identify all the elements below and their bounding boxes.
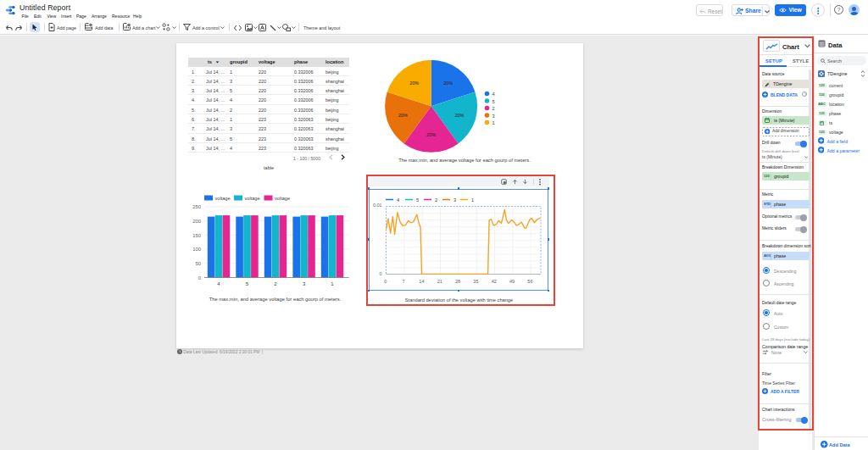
svg-text:4: 4: [492, 92, 495, 97]
svg-text:250: 250: [192, 204, 202, 209]
svg-text:2: 2: [274, 281, 277, 286]
svg-text:2: 2: [492, 106, 495, 111]
svg-text:voltage: voltage: [275, 196, 290, 201]
svg-text:4: 4: [217, 281, 220, 286]
svg-text:0: 0: [198, 275, 202, 281]
svg-text:5: 5: [492, 99, 495, 104]
svg-text:20%: 20%: [426, 132, 436, 137]
svg-text:1: 1: [331, 281, 334, 286]
svg-text:3: 3: [303, 281, 306, 286]
svg-text:5: 5: [246, 281, 249, 286]
svg-text:voltage: voltage: [245, 196, 260, 201]
svg-text:4: 4: [397, 197, 399, 203]
svg-text:20%: 20%: [409, 81, 419, 86]
svg-text:2: 2: [435, 197, 437, 203]
svg-text:voltage: voltage: [215, 196, 231, 201]
svg-text:150: 150: [192, 233, 202, 238]
svg-text:100: 100: [192, 247, 202, 252]
svg-text:200: 200: [192, 219, 202, 224]
svg-text:3: 3: [453, 197, 456, 203]
svg-text:50: 50: [195, 261, 201, 266]
svg-text:20%: 20%: [455, 113, 465, 118]
svg-text:20%: 20%: [398, 113, 408, 118]
svg-text:20%: 20%: [443, 81, 453, 86]
svg-text:5: 5: [416, 197, 419, 203]
svg-text:1: 1: [471, 197, 474, 203]
svg-text:3: 3: [492, 114, 495, 119]
svg-text:1: 1: [492, 120, 495, 125]
